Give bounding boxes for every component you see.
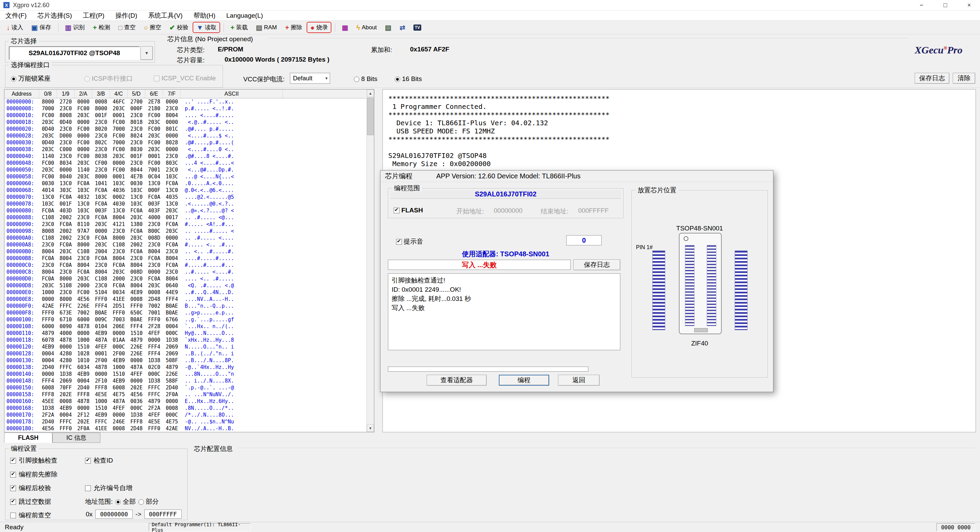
hex-cell[interactable]: 0C04 [145, 173, 163, 180]
hex-cell[interactable]: 8110 [75, 221, 92, 228]
hex-cell[interactable]: 2D48 [145, 296, 163, 303]
hex-cell[interactable]: 2D51 [110, 303, 127, 309]
hex-cell[interactable]: 5108 [57, 282, 75, 289]
hex-cell[interactable]: 8000 [75, 241, 92, 248]
hex-cell[interactable]: 4E56 [75, 296, 92, 303]
hex-cell[interactable]: C108 [39, 214, 57, 221]
hex-cell[interactable]: FC0A [110, 262, 127, 269]
hex-cell[interactable]: 0030 [127, 180, 145, 187]
hex-cell[interactable]: 008D [127, 269, 145, 276]
hex-cell[interactable]: 203C [163, 207, 181, 214]
hex-cell[interactable]: 5104 [92, 289, 110, 296]
hex-cell[interactable]: 0008 [57, 398, 75, 405]
hex-cell[interactable]: 97A7 [75, 228, 92, 234]
hex-cell[interactable]: 4E5E [92, 391, 110, 398]
hex-cell[interactable]: 0000 [110, 411, 127, 418]
hex-cell[interactable]: 7001 [145, 166, 163, 173]
hex-cell[interactable]: 8004 [75, 262, 92, 269]
hex-cell[interactable]: FC00 [75, 139, 92, 146]
hex-cell[interactable]: FFF4 [39, 377, 57, 384]
hex-cell[interactable]: 8004 [110, 255, 127, 262]
hex-cell[interactable]: C108 [39, 234, 57, 241]
hex-cell[interactable]: 1000 [39, 289, 57, 296]
hex-cell[interactable]: FC00 [145, 126, 163, 132]
hex-cell[interactable]: FFFC [92, 418, 110, 425]
hex-cell[interactable]: FFF4 [163, 296, 181, 303]
hex-cell[interactable]: 0000 [92, 228, 110, 234]
hex-cell[interactable]: 000C [110, 343, 127, 350]
hex-cell[interactable]: 8004 [39, 248, 57, 255]
hex-cell[interactable]: 103C [75, 187, 92, 194]
hex-cell[interactable]: 6000 [75, 316, 92, 323]
hex-cell[interactable]: 8008 [39, 228, 57, 234]
hex-cell[interactable]: 23C0 [163, 153, 181, 159]
hex-cell[interactable]: 8000 [39, 98, 57, 105]
menu-item-file[interactable]: 文件(F) [0, 11, 32, 21]
hex-cell[interactable]: FC0A [39, 255, 57, 262]
hex-cell[interactable]: FFF4 [145, 343, 163, 350]
hex-cell[interactable]: 203C [110, 153, 127, 159]
toolbar-erase-button[interactable]: +擦除 [282, 22, 306, 33]
blank-check-before-checkbox[interactable]: 编程前查空 [10, 511, 51, 520]
hex-cell[interactable]: 4035 [163, 194, 181, 201]
hex-cell[interactable]: FFF8 [75, 391, 92, 398]
hex-cell[interactable]: 2F2A [145, 405, 163, 411]
hex-cell[interactable]: 0000 [39, 371, 57, 377]
erase-before-checkbox[interactable]: 编程前先擦除 [10, 470, 57, 479]
hex-cell[interactable]: 23C0 [110, 248, 127, 255]
hex-cell[interactable]: 2F10 [92, 377, 110, 384]
hex-cell[interactable]: 45EE [39, 398, 57, 405]
verify-after-checkbox[interactable]: 编程后校验 [10, 484, 51, 492]
hex-cell[interactable]: 0000 [39, 296, 57, 303]
hex-cell[interactable]: FC0A [163, 262, 181, 269]
hex-cell[interactable]: FFF8 [92, 384, 110, 391]
hex-cell[interactable]: FFF0 [110, 309, 127, 316]
hex-cell[interactable]: 4FEF [145, 411, 163, 418]
hex-cell[interactable]: FC0A [92, 255, 110, 262]
hex-cell[interactable]: FC00 [110, 166, 127, 173]
hex-cell[interactable]: 203C [163, 228, 181, 234]
hex-cell[interactable]: 2D40 [75, 384, 92, 391]
hex-cell[interactable]: 4280 [57, 357, 75, 364]
hex-cell[interactable]: 303C [57, 187, 75, 194]
hex-cell[interactable]: 8004 [127, 262, 145, 269]
hex-cell[interactable]: 44E9 [163, 289, 181, 296]
hex-cell[interactable]: 203C [92, 221, 110, 228]
hex-cell[interactable]: 003F [145, 201, 163, 207]
hex-cell[interactable]: 0001 [110, 112, 127, 119]
toolbar-read-button[interactable]: ▼读取 [192, 22, 220, 33]
hex-cell[interactable]: 0D40 [39, 126, 57, 132]
hex-cell[interactable]: 7000 [39, 105, 57, 112]
hex-cell[interactable]: 23C0 [163, 166, 181, 173]
clear-button[interactable]: 清除 [953, 73, 975, 84]
hex-cell[interactable]: 2E78 [145, 98, 163, 105]
hex-cell[interactable]: FC0A [75, 180, 92, 187]
hex-cell[interactable]: 246E [110, 418, 127, 425]
hex-cell[interactable]: 8034 [57, 159, 75, 166]
hex-cell[interactable]: FFFC [57, 364, 75, 371]
hex-cell[interactable]: 0000 [163, 146, 181, 153]
hex-cell[interactable]: FC0A [145, 276, 163, 282]
hex-cell[interactable]: 2700 [127, 98, 145, 105]
hex-cell[interactable]: FFF0 [39, 316, 57, 323]
hex-cell[interactable]: 1510 [92, 405, 110, 411]
hex-cell[interactable]: FC0A [75, 269, 92, 276]
hex-cell[interactable]: 0000 [163, 398, 181, 405]
hex-cell[interactable]: 8024 [127, 132, 145, 139]
hex-cell[interactable]: 206E [110, 323, 127, 330]
hex-cell[interactable]: 23C0 [163, 269, 181, 276]
hex-cell[interactable]: 0002 [110, 194, 127, 201]
hex-cell[interactable]: 0104 [92, 323, 110, 330]
hex-cell[interactable]: 0001 [145, 153, 163, 159]
beep-checkbox[interactable]: 提示音 [396, 237, 423, 246]
hex-cell[interactable]: 1000 [92, 398, 110, 405]
hex-cell[interactable]: 41EE [92, 425, 110, 432]
hex-cell[interactable]: 2004 [92, 248, 110, 255]
hex-cell[interactable]: 23C0 [75, 214, 92, 221]
hex-cell[interactable]: 2720 [57, 98, 75, 105]
hex-cell[interactable]: 23C0 [57, 153, 75, 159]
hex-cell[interactable]: 13C0 [110, 207, 127, 214]
hex-cell[interactable]: 001F [127, 153, 145, 159]
toolbar-program-button[interactable]: ●烧录 [307, 22, 331, 33]
hex-cell[interactable]: 4878 [75, 398, 92, 405]
